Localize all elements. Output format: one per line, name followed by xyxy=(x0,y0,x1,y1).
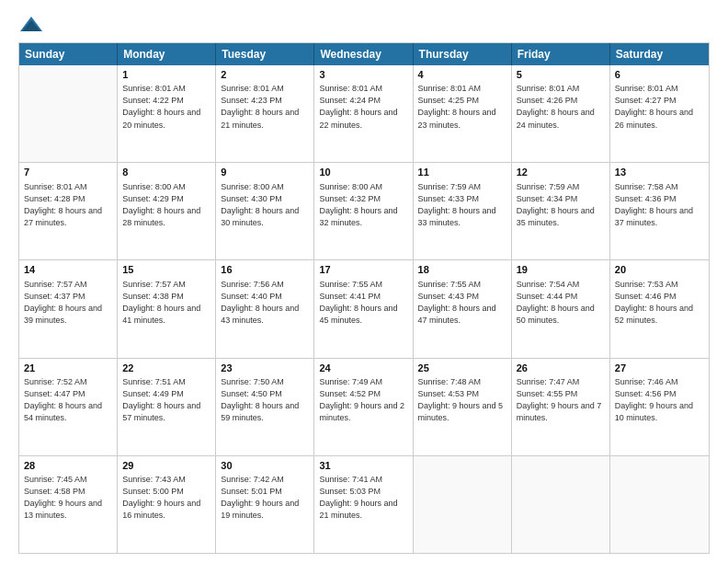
calendar-cell: 17Sunrise: 7:55 AMSunset: 4:41 PMDayligh… xyxy=(314,260,413,357)
cell-info: Sunrise: 7:51 AMSunset: 4:49 PMDaylight:… xyxy=(122,376,210,424)
day-number: 15 xyxy=(122,263,210,277)
calendar-week-row: 21Sunrise: 7:52 AMSunset: 4:47 PMDayligh… xyxy=(19,358,709,455)
cell-info: Sunrise: 7:52 AMSunset: 4:47 PMDaylight:… xyxy=(24,376,112,424)
calendar-cell: 6Sunrise: 8:01 AMSunset: 4:27 PMDaylight… xyxy=(610,65,709,162)
cell-info: Sunrise: 7:50 AMSunset: 4:50 PMDaylight:… xyxy=(221,376,309,424)
cell-info: Sunrise: 7:56 AMSunset: 4:40 PMDaylight:… xyxy=(221,279,309,327)
day-number: 1 xyxy=(122,68,210,82)
calendar-cell: 16Sunrise: 7:56 AMSunset: 4:40 PMDayligh… xyxy=(216,260,314,357)
day-number: 24 xyxy=(319,362,407,375)
logo xyxy=(18,15,48,35)
cell-info: Sunrise: 8:01 AMSunset: 4:23 PMDaylight:… xyxy=(221,83,309,131)
day-number: 20 xyxy=(615,263,704,277)
day-number: 2 xyxy=(221,68,309,82)
day-number: 19 xyxy=(517,263,605,277)
cell-info: Sunrise: 7:58 AMSunset: 4:36 PMDaylight:… xyxy=(615,181,704,229)
day-number: 18 xyxy=(418,263,506,277)
cell-info: Sunrise: 7:55 AMSunset: 4:41 PMDaylight:… xyxy=(319,279,407,327)
cell-info: Sunrise: 7:49 AMSunset: 4:52 PMDaylight:… xyxy=(319,376,407,424)
cell-info: Sunrise: 8:01 AMSunset: 4:28 PMDaylight:… xyxy=(24,181,112,229)
cell-info: Sunrise: 7:59 AMSunset: 4:33 PMDaylight:… xyxy=(418,181,506,229)
cell-info: Sunrise: 8:01 AMSunset: 4:26 PMDaylight:… xyxy=(517,83,605,131)
calendar-cell: 7Sunrise: 8:01 AMSunset: 4:28 PMDaylight… xyxy=(19,163,118,259)
cell-info: Sunrise: 8:01 AMSunset: 4:24 PMDaylight:… xyxy=(319,83,407,131)
day-number: 28 xyxy=(24,459,112,473)
weekday-header: Sunday xyxy=(19,43,118,65)
calendar-cell: 27Sunrise: 7:46 AMSunset: 4:56 PMDayligh… xyxy=(610,359,709,455)
calendar-cell: 1Sunrise: 8:01 AMSunset: 4:22 PMDaylight… xyxy=(118,65,216,162)
cell-info: Sunrise: 8:01 AMSunset: 4:22 PMDaylight:… xyxy=(122,83,210,131)
day-number: 30 xyxy=(221,459,309,473)
day-number: 14 xyxy=(24,263,112,277)
cell-info: Sunrise: 8:00 AMSunset: 4:29 PMDaylight:… xyxy=(122,181,210,229)
day-number: 22 xyxy=(122,362,210,375)
calendar-cell: 28Sunrise: 7:45 AMSunset: 4:58 PMDayligh… xyxy=(19,456,118,553)
day-number: 21 xyxy=(24,362,112,375)
cell-info: Sunrise: 7:55 AMSunset: 4:43 PMDaylight:… xyxy=(418,279,506,327)
calendar-week-row: 7Sunrise: 8:01 AMSunset: 4:28 PMDaylight… xyxy=(19,162,709,259)
cell-info: Sunrise: 7:57 AMSunset: 4:37 PMDaylight:… xyxy=(24,279,112,327)
day-number: 4 xyxy=(418,68,506,82)
cell-info: Sunrise: 7:53 AMSunset: 4:46 PMDaylight:… xyxy=(615,279,704,327)
day-number: 11 xyxy=(418,166,506,179)
cell-info: Sunrise: 7:54 AMSunset: 4:44 PMDaylight:… xyxy=(517,279,605,327)
calendar-cell: 19Sunrise: 7:54 AMSunset: 4:44 PMDayligh… xyxy=(512,260,610,357)
calendar-cell: 11Sunrise: 7:59 AMSunset: 4:33 PMDayligh… xyxy=(414,163,512,259)
calendar-cell: 3Sunrise: 8:01 AMSunset: 4:24 PMDaylight… xyxy=(314,65,413,162)
day-number: 23 xyxy=(221,362,309,375)
calendar-cell: 23Sunrise: 7:50 AMSunset: 4:50 PMDayligh… xyxy=(216,359,314,455)
weekday-header: Monday xyxy=(118,43,216,65)
weekday-header: Friday xyxy=(512,43,610,65)
day-number: 5 xyxy=(517,68,605,82)
day-number: 12 xyxy=(517,166,605,179)
calendar-cell: 2Sunrise: 8:01 AMSunset: 4:23 PMDaylight… xyxy=(216,65,314,162)
logo-icon xyxy=(18,15,44,35)
calendar-header: SundayMondayTuesdayWednesdayThursdayFrid… xyxy=(19,43,709,65)
day-number: 31 xyxy=(319,459,407,473)
cell-info: Sunrise: 7:42 AMSunset: 5:01 PMDaylight:… xyxy=(221,474,309,522)
day-number: 7 xyxy=(24,166,112,179)
calendar-week-row: 1Sunrise: 8:01 AMSunset: 4:22 PMDaylight… xyxy=(19,65,709,162)
header xyxy=(18,15,710,35)
day-number: 17 xyxy=(319,263,407,277)
calendar-cell: 29Sunrise: 7:43 AMSunset: 5:00 PMDayligh… xyxy=(118,456,216,553)
cell-info: Sunrise: 7:47 AMSunset: 4:55 PMDaylight:… xyxy=(517,376,605,424)
calendar-cell: 5Sunrise: 8:01 AMSunset: 4:26 PMDaylight… xyxy=(512,65,610,162)
calendar-cell: 31Sunrise: 7:41 AMSunset: 5:03 PMDayligh… xyxy=(314,456,413,553)
day-number: 25 xyxy=(418,362,506,375)
day-number: 9 xyxy=(221,166,309,179)
calendar-cell: 14Sunrise: 7:57 AMSunset: 4:37 PMDayligh… xyxy=(19,260,118,357)
day-number: 26 xyxy=(517,362,605,375)
calendar-week-row: 28Sunrise: 7:45 AMSunset: 4:58 PMDayligh… xyxy=(19,455,709,553)
calendar-cell: 15Sunrise: 7:57 AMSunset: 4:38 PMDayligh… xyxy=(118,260,216,357)
cell-info: Sunrise: 8:00 AMSunset: 4:30 PMDaylight:… xyxy=(221,181,309,229)
day-number: 29 xyxy=(122,459,210,473)
calendar-cell xyxy=(414,456,512,553)
weekday-header: Wednesday xyxy=(314,43,413,65)
calendar-week-row: 14Sunrise: 7:57 AMSunset: 4:37 PMDayligh… xyxy=(19,259,709,357)
day-number: 13 xyxy=(615,166,704,179)
cell-info: Sunrise: 7:46 AMSunset: 4:56 PMDaylight:… xyxy=(615,376,704,424)
calendar-cell: 24Sunrise: 7:49 AMSunset: 4:52 PMDayligh… xyxy=(314,359,413,455)
cell-info: Sunrise: 7:59 AMSunset: 4:34 PMDaylight:… xyxy=(517,181,605,229)
cell-info: Sunrise: 7:57 AMSunset: 4:38 PMDaylight:… xyxy=(122,279,210,327)
cell-info: Sunrise: 8:01 AMSunset: 4:25 PMDaylight:… xyxy=(418,83,506,131)
day-number: 10 xyxy=(319,166,407,179)
cell-info: Sunrise: 7:48 AMSunset: 4:53 PMDaylight:… xyxy=(418,376,506,424)
weekday-header: Tuesday xyxy=(216,43,314,65)
cell-info: Sunrise: 7:45 AMSunset: 4:58 PMDaylight:… xyxy=(24,474,112,522)
cell-info: Sunrise: 8:00 AMSunset: 4:32 PMDaylight:… xyxy=(319,181,407,229)
calendar-body: 1Sunrise: 8:01 AMSunset: 4:22 PMDaylight… xyxy=(19,65,709,553)
calendar-cell: 8Sunrise: 8:00 AMSunset: 4:29 PMDaylight… xyxy=(118,163,216,259)
calendar-cell xyxy=(610,456,709,553)
calendar-cell: 21Sunrise: 7:52 AMSunset: 4:47 PMDayligh… xyxy=(19,359,118,455)
cell-info: Sunrise: 7:41 AMSunset: 5:03 PMDaylight:… xyxy=(319,474,407,522)
day-number: 16 xyxy=(221,263,309,277)
calendar-cell: 30Sunrise: 7:42 AMSunset: 5:01 PMDayligh… xyxy=(216,456,314,553)
day-number: 3 xyxy=(319,68,407,82)
calendar-cell: 26Sunrise: 7:47 AMSunset: 4:55 PMDayligh… xyxy=(512,359,610,455)
day-number: 6 xyxy=(615,68,704,82)
day-number: 27 xyxy=(615,362,704,375)
day-number: 8 xyxy=(122,166,210,179)
cell-info: Sunrise: 7:43 AMSunset: 5:00 PMDaylight:… xyxy=(122,474,210,522)
